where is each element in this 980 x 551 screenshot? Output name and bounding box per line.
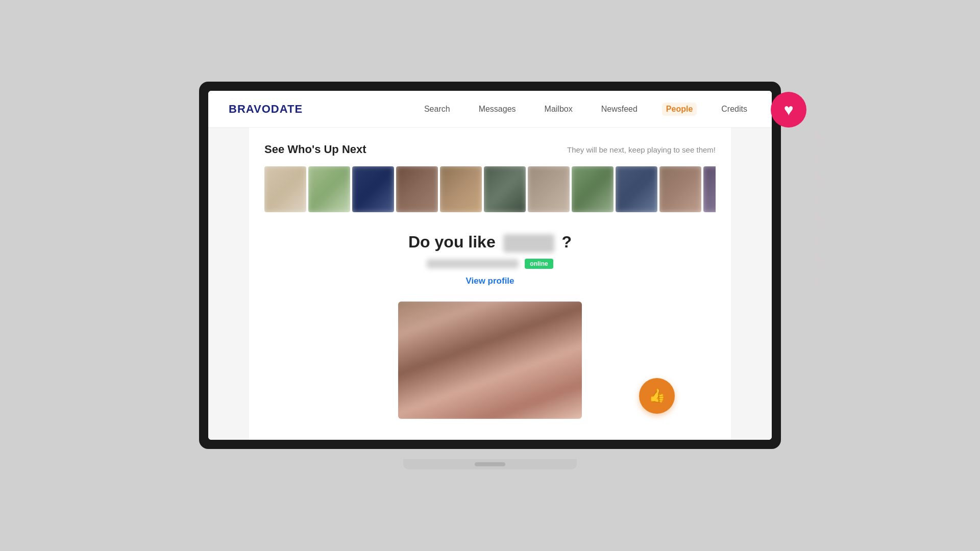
- deco-heart-7: ♡: [813, 255, 822, 267]
- question-prefix: Do you like: [408, 233, 496, 251]
- decorative-hearts: ♡ ♡ ♡ ♡ ♡ ♡ ♡ ♡: [813, 133, 822, 288]
- card-area: See Who's Up Next They will be next, kee…: [249, 128, 731, 440]
- heart-bubble-icon: ♥: [784, 101, 794, 119]
- thumb-10[interactable]: [659, 166, 701, 212]
- thumbnail-row: [264, 166, 716, 212]
- deco-heart-8: ♡: [813, 276, 822, 288]
- thumb-2[interactable]: [308, 166, 350, 212]
- view-profile-link[interactable]: View profile: [465, 276, 514, 286]
- profile-photo: [398, 302, 582, 419]
- deco-heart-2: ♡: [813, 153, 822, 165]
- nav-link-credits[interactable]: Credits: [717, 103, 751, 116]
- deco-heart-3: ♡: [813, 173, 822, 186]
- question-suffix: ?: [561, 233, 572, 251]
- nav-link-newsfeed[interactable]: Newsfeed: [597, 103, 642, 116]
- laptop-frame: BRAVODATE Search Messages Mailbox Newsfe…: [199, 82, 781, 449]
- laptop-screen: BRAVODATE Search Messages Mailbox Newsfe…: [208, 91, 772, 440]
- nav-link-messages[interactable]: Messages: [475, 103, 520, 116]
- section-title: See Who's Up Next: [264, 143, 366, 156]
- main-content: See Who's Up Next They will be next, kee…: [208, 128, 772, 440]
- thumb-8[interactable]: [572, 166, 614, 212]
- profile-meta: online: [264, 259, 716, 269]
- nav-link-search[interactable]: Search: [420, 103, 454, 116]
- screen-wrapper: ♡ ♡ ♡ ♡ ♡ ♡ ♡ ♡ ♥ BRAVODATE Search Messa…: [199, 82, 781, 469]
- thumb-3[interactable]: [352, 166, 394, 212]
- navbar: BRAVODATE Search Messages Mailbox Newsfe…: [208, 91, 772, 128]
- thumb-11[interactable]: [703, 166, 716, 212]
- thumb-7[interactable]: [528, 166, 570, 212]
- brand-logo: BRAVODATE: [229, 103, 303, 116]
- blurred-meta-text: [427, 259, 519, 268]
- profile-photo-bg: [398, 302, 582, 419]
- nav-links: Search Messages Mailbox Newsfeed People …: [420, 103, 751, 116]
- laptop-base: [403, 459, 577, 469]
- deco-heart-6: ♡: [813, 235, 822, 247]
- thumb-9[interactable]: [616, 166, 657, 212]
- nav-link-mailbox[interactable]: Mailbox: [541, 103, 577, 116]
- screen-content: BRAVODATE Search Messages Mailbox Newsfe…: [208, 91, 772, 440]
- section-header: See Who's Up Next They will be next, kee…: [264, 143, 716, 156]
- question-text: Do you like ?: [264, 233, 716, 253]
- profile-photo-area: 👍: [264, 302, 716, 419]
- online-badge: online: [525, 259, 553, 269]
- heart-bubble-button[interactable]: ♥: [771, 92, 806, 128]
- like-icon: 👍: [649, 388, 665, 404]
- like-button[interactable]: 👍: [639, 378, 675, 414]
- section-subtitle: They will be next, keep playing to see t…: [567, 145, 716, 154]
- thumb-5[interactable]: [440, 166, 482, 212]
- deco-heart-4: ♡: [813, 194, 822, 206]
- deco-heart-1: ♡: [813, 133, 822, 145]
- thumb-6[interactable]: [484, 166, 526, 212]
- thumb-1[interactable]: [264, 166, 306, 212]
- thumb-4[interactable]: [396, 166, 438, 212]
- profile-question: Do you like ? online View profile: [264, 228, 716, 296]
- deco-heart-5: ♡: [813, 214, 822, 227]
- blurred-profile-name: [503, 234, 554, 253]
- nav-link-people[interactable]: People: [662, 103, 697, 116]
